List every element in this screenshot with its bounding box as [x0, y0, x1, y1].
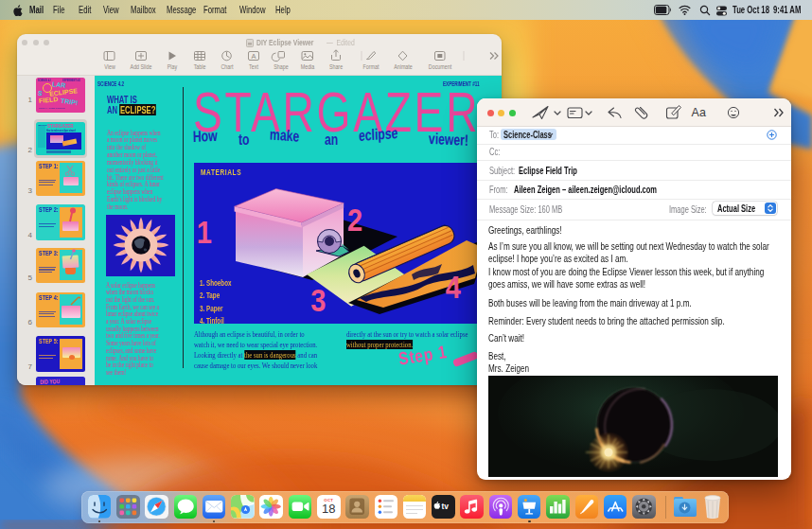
- svg-text:4: 4: [446, 270, 462, 305]
- svg-text:3: 3: [310, 283, 326, 318]
- svg-text:1: 1: [197, 215, 212, 250]
- svg-text:A: A: [251, 52, 256, 61]
- svg-text:Aa: Aa: [692, 105, 707, 119]
- svg-text:2: 2: [347, 203, 362, 238]
- svg-text:tv: tv: [442, 502, 450, 511]
